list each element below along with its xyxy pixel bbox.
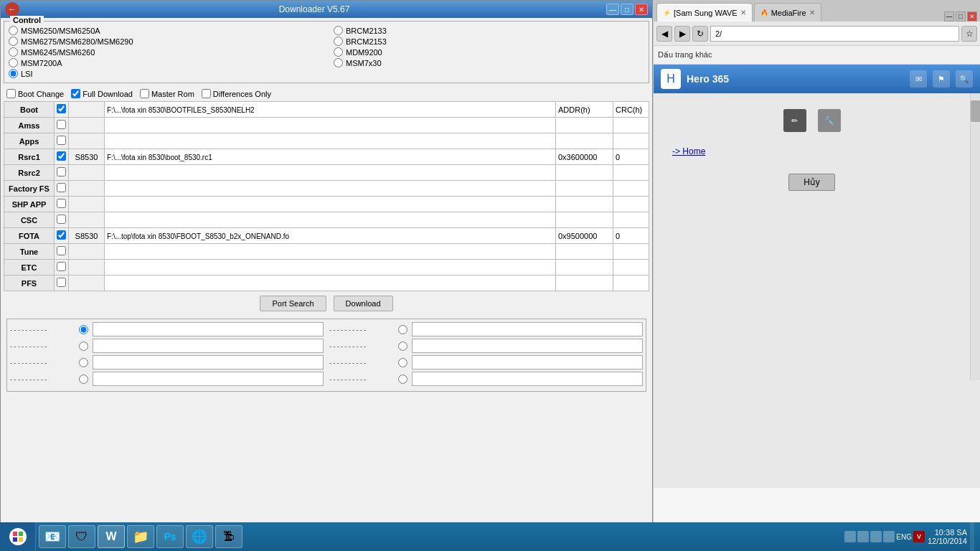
radio-msm6275[interactable]: MSM6275/MSM6280/MSM6290: [9, 37, 319, 46]
full-download-check[interactable]: [71, 89, 80, 98]
bottom-right-input-1[interactable]: [412, 322, 643, 336]
radio-brcm2133-input[interactable]: [334, 26, 343, 35]
boot-change-check[interactable]: [6, 89, 16, 98]
bottom-left-radio-4[interactable]: [79, 375, 88, 384]
rsrc1-checkbox[interactable]: [57, 151, 66, 161]
bottom-right-input-4[interactable]: [412, 372, 643, 386]
tune-checkbox[interactable]: [57, 246, 66, 255]
port-search-button[interactable]: Port Search: [260, 296, 326, 311]
fota-path[interactable]: [105, 228, 556, 244]
close-button[interactable]: ✕: [635, 4, 648, 15]
boot-checkbox[interactable]: [57, 104, 66, 113]
taskbar-app-antivirus[interactable]: 🛡: [68, 525, 95, 548]
radio-lsi-input[interactable]: [9, 69, 18, 78]
bottom-left-radio-3[interactable]: [79, 358, 88, 367]
bottom-left-input-4[interactable]: [93, 372, 324, 386]
bottom-right-input-2[interactable]: [412, 339, 643, 353]
rsrc2-checkbox[interactable]: [57, 167, 66, 176]
rsrc2-check-cell[interactable]: [55, 165, 69, 181]
hero-flag-icon[interactable]: ⚑: [933, 70, 950, 88]
taskbar-clock[interactable]: 10:38 SA 12/10/2014: [928, 528, 967, 545]
csc-checkbox[interactable]: [57, 215, 66, 224]
radio-msm6245[interactable]: MSM6245/MSM6260: [9, 47, 319, 57]
etc-checkbox[interactable]: [57, 262, 66, 271]
tab2-close[interactable]: ✕: [809, 9, 815, 17]
etc-check-cell[interactable]: [55, 260, 69, 276]
address-bar[interactable]: [710, 26, 959, 42]
factoryfs-path[interactable]: [105, 181, 556, 197]
maximize-button[interactable]: □: [621, 4, 633, 15]
bottom-left-input-1[interactable]: [93, 322, 324, 336]
bottom-left-radio-2[interactable]: [79, 342, 88, 351]
boot-path-input[interactable]: [107, 106, 553, 114]
csc-check-cell[interactable]: [55, 212, 69, 228]
nav-star[interactable]: ☆: [961, 26, 977, 42]
csc-path[interactable]: [105, 212, 556, 228]
apps-check-cell[interactable]: [55, 133, 69, 149]
taskbar-app-explorer[interactable]: 📁: [127, 525, 154, 548]
amss-checkbox[interactable]: [57, 120, 66, 129]
tab-samsung-wave[interactable]: ⚡ [Sam Sung WAVE ✕: [656, 3, 753, 22]
rsrc1-path-input[interactable]: [107, 154, 553, 161]
hero-mail-icon[interactable]: ✉: [910, 70, 927, 88]
nav-refresh[interactable]: ↻: [692, 26, 708, 42]
radio-lsi[interactable]: LSI: [9, 69, 319, 78]
radio-brcm2133[interactable]: BRCM2133: [334, 26, 644, 35]
pfs-checkbox[interactable]: [57, 278, 66, 287]
radio-msm7x30-input[interactable]: [334, 58, 343, 67]
show-desktop-btn[interactable]: [970, 522, 974, 551]
rsrc2-path[interactable]: [105, 165, 556, 181]
huy-button[interactable]: Hủy: [788, 174, 835, 191]
hero-search-icon[interactable]: 🔍: [956, 70, 973, 88]
apps-path[interactable]: [105, 133, 556, 149]
pfs-path[interactable]: [105, 276, 556, 291]
browser-restore[interactable]: □: [956, 11, 966, 22]
taskbar-app-foxmail[interactable]: 📧: [39, 525, 66, 548]
back-button[interactable]: ←: [5, 2, 19, 17]
radio-mdm9200[interactable]: MDM9200: [334, 47, 644, 57]
pen-tool-icon[interactable]: ✏: [783, 109, 806, 132]
fota-path-input[interactable]: [107, 232, 553, 240]
tab-mediafire[interactable]: 🔥 MediaFire ✕: [754, 3, 821, 22]
tune-path[interactable]: [105, 244, 556, 260]
radio-msm6250-input[interactable]: [9, 26, 18, 35]
bottom-left-radio-1[interactable]: [79, 325, 88, 334]
amss-path[interactable]: [105, 118, 556, 133]
home-link[interactable]: -> Home: [666, 143, 711, 159]
radio-brcm2153-input[interactable]: [334, 37, 343, 46]
taskbar-app-word[interactable]: W: [98, 525, 125, 548]
download-button[interactable]: Download: [334, 296, 393, 311]
bottom-right-radio-2[interactable]: [398, 342, 407, 351]
bottom-right-radio-4[interactable]: [398, 375, 407, 384]
radio-msm7x30[interactable]: MSM7x30: [334, 58, 644, 67]
boot-check-cell[interactable]: [55, 102, 69, 118]
factoryfs-checkbox[interactable]: [57, 183, 66, 192]
etc-path[interactable]: [105, 260, 556, 276]
bottom-left-input-3[interactable]: [93, 355, 324, 369]
master-rom-check[interactable]: [140, 89, 149, 98]
start-button[interactable]: [0, 522, 36, 551]
bottom-right-radio-3[interactable]: [398, 358, 407, 367]
radio-msm6275-input[interactable]: [9, 37, 18, 46]
shpapp-check-cell[interactable]: [55, 197, 69, 212]
boot-change-option[interactable]: Boot Change: [6, 89, 64, 98]
nav-forward[interactable]: ▶: [674, 26, 690, 42]
fota-check-cell[interactable]: [55, 228, 69, 244]
nav-back[interactable]: ◀: [656, 26, 672, 42]
browser-scrollbar[interactable]: [970, 93, 980, 380]
factoryfs-check-cell[interactable]: [55, 181, 69, 197]
differences-only-check[interactable]: [202, 89, 211, 98]
apps-checkbox[interactable]: [57, 136, 66, 145]
tab1-close[interactable]: ✕: [740, 9, 746, 17]
bottom-left-input-2[interactable]: [93, 339, 324, 353]
tune-check-cell[interactable]: [55, 244, 69, 260]
rsrc1-check-cell[interactable]: [55, 149, 69, 165]
browser-minimize[interactable]: —: [944, 11, 954, 22]
radio-msm7200a-input[interactable]: [9, 58, 18, 67]
radio-mdm9200-input[interactable]: [334, 47, 343, 57]
radio-brcm2153[interactable]: BRCM2153: [334, 37, 644, 46]
bottom-right-radio-1[interactable]: [398, 325, 407, 334]
master-rom-option[interactable]: Master Rom: [140, 89, 194, 98]
wrench-tool-icon[interactable]: 🔧: [818, 109, 841, 132]
shpapp-path[interactable]: [105, 197, 556, 212]
